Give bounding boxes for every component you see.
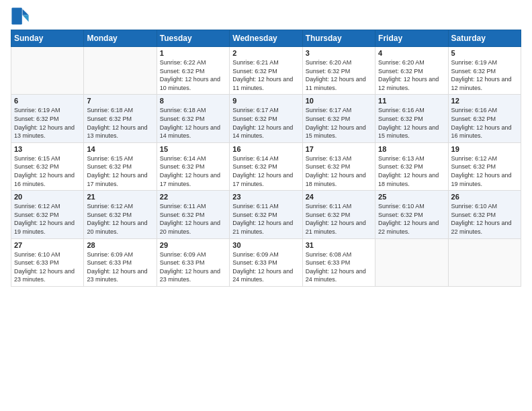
day-info: Sunrise: 6:10 AMSunset: 6:32 PMDaylight:… xyxy=(451,202,518,236)
calendar-day-cell: 11Sunrise: 6:16 AMSunset: 6:32 PMDayligh… xyxy=(375,95,448,142)
day-info: Sunrise: 6:18 AMSunset: 6:32 PMDaylight:… xyxy=(160,106,226,140)
calendar-day-cell: 22Sunrise: 6:11 AMSunset: 6:32 PMDayligh… xyxy=(157,191,229,238)
calendar-day-cell xyxy=(448,238,521,286)
calendar-day-cell: 23Sunrise: 6:11 AMSunset: 6:32 PMDayligh… xyxy=(230,191,302,238)
logo xyxy=(11,7,32,26)
calendar-day-cell: 12Sunrise: 6:16 AMSunset: 6:32 PMDayligh… xyxy=(448,95,521,142)
day-info: Sunrise: 6:13 AMSunset: 6:32 PMDaylight:… xyxy=(306,154,372,188)
day-info: Sunrise: 6:14 AMSunset: 6:32 PMDaylight:… xyxy=(160,154,226,188)
day-info: Sunrise: 6:12 AMSunset: 6:32 PMDaylight:… xyxy=(14,202,81,236)
calendar-day-cell: 3Sunrise: 6:20 AMSunset: 6:32 PMDaylight… xyxy=(302,47,375,95)
calendar-day-cell: 15Sunrise: 6:14 AMSunset: 6:32 PMDayligh… xyxy=(157,142,229,190)
calendar-day-cell: 6Sunrise: 6:19 AMSunset: 6:32 PMDaylight… xyxy=(11,95,84,142)
day-of-week-header: Friday xyxy=(375,30,448,47)
day-info: Sunrise: 6:21 AMSunset: 6:32 PMDaylight:… xyxy=(232,58,299,92)
day-number: 31 xyxy=(306,241,372,249)
calendar-day-cell: 10Sunrise: 6:17 AMSunset: 6:32 PMDayligh… xyxy=(302,95,375,142)
page: SundayMondayTuesdayWednesdayThursdayFrid… xyxy=(0,0,532,411)
day-number: 25 xyxy=(378,193,445,201)
day-number: 23 xyxy=(232,193,299,201)
day-number: 3 xyxy=(306,49,372,57)
calendar-day-cell: 16Sunrise: 6:14 AMSunset: 6:32 PMDayligh… xyxy=(230,142,302,190)
day-number: 12 xyxy=(451,97,518,105)
day-number: 6 xyxy=(14,97,81,105)
calendar-week-row: 6Sunrise: 6:19 AMSunset: 6:32 PMDaylight… xyxy=(11,95,521,142)
calendar-header-row: SundayMondayTuesdayWednesdayThursdayFrid… xyxy=(11,30,521,47)
calendar-day-cell: 19Sunrise: 6:12 AMSunset: 6:32 PMDayligh… xyxy=(448,142,521,190)
day-info: Sunrise: 6:19 AMSunset: 6:32 PMDaylight:… xyxy=(451,58,518,92)
day-info: Sunrise: 6:10 AMSunset: 6:32 PMDaylight:… xyxy=(378,202,445,236)
day-of-week-header: Thursday xyxy=(302,30,375,47)
calendar-day-cell: 2Sunrise: 6:21 AMSunset: 6:32 PMDaylight… xyxy=(230,47,302,95)
day-number: 14 xyxy=(87,145,153,153)
calendar-day-cell: 1Sunrise: 6:22 AMSunset: 6:32 PMDaylight… xyxy=(157,47,229,95)
day-number: 15 xyxy=(160,145,226,153)
calendar-day-cell: 5Sunrise: 6:19 AMSunset: 6:32 PMDaylight… xyxy=(448,47,521,95)
day-info: Sunrise: 6:09 AMSunset: 6:33 PMDaylight:… xyxy=(160,250,226,284)
day-number: 13 xyxy=(14,145,81,153)
day-info: Sunrise: 6:15 AMSunset: 6:32 PMDaylight:… xyxy=(87,154,153,188)
day-of-week-header: Wednesday xyxy=(230,30,302,47)
day-info: Sunrise: 6:12 AMSunset: 6:32 PMDaylight:… xyxy=(451,154,518,188)
day-info: Sunrise: 6:08 AMSunset: 6:33 PMDaylight:… xyxy=(306,250,372,284)
day-number: 20 xyxy=(14,193,81,201)
day-info: Sunrise: 6:09 AMSunset: 6:33 PMDaylight:… xyxy=(232,250,299,284)
day-number: 29 xyxy=(160,241,226,249)
day-number: 8 xyxy=(160,97,226,105)
day-number: 22 xyxy=(160,193,226,201)
day-info: Sunrise: 6:11 AMSunset: 6:32 PMDaylight:… xyxy=(306,202,372,236)
day-number: 18 xyxy=(378,145,445,153)
calendar-day-cell: 30Sunrise: 6:09 AMSunset: 6:33 PMDayligh… xyxy=(230,238,302,286)
day-number: 26 xyxy=(451,193,518,201)
day-number: 24 xyxy=(306,193,372,201)
calendar-day-cell xyxy=(11,47,84,95)
day-info: Sunrise: 6:11 AMSunset: 6:32 PMDaylight:… xyxy=(160,202,226,236)
day-info: Sunrise: 6:20 AMSunset: 6:32 PMDaylight:… xyxy=(306,58,372,92)
day-number: 10 xyxy=(306,97,372,105)
svg-rect-3 xyxy=(11,7,21,24)
day-number: 2 xyxy=(232,49,299,57)
calendar-day-cell: 4Sunrise: 6:20 AMSunset: 6:32 PMDaylight… xyxy=(375,47,448,95)
calendar-day-cell: 28Sunrise: 6:09 AMSunset: 6:33 PMDayligh… xyxy=(84,238,157,286)
day-number: 7 xyxy=(87,97,153,105)
calendar-day-cell: 9Sunrise: 6:17 AMSunset: 6:32 PMDaylight… xyxy=(230,95,302,142)
calendar-day-cell: 14Sunrise: 6:15 AMSunset: 6:32 PMDayligh… xyxy=(84,142,157,190)
calendar-week-row: 13Sunrise: 6:15 AMSunset: 6:32 PMDayligh… xyxy=(11,142,521,190)
day-of-week-header: Sunday xyxy=(11,30,84,47)
calendar-day-cell: 8Sunrise: 6:18 AMSunset: 6:32 PMDaylight… xyxy=(157,95,229,142)
day-info: Sunrise: 6:10 AMSunset: 6:33 PMDaylight:… xyxy=(14,250,81,284)
calendar-day-cell xyxy=(375,238,448,286)
calendar-week-row: 1Sunrise: 6:22 AMSunset: 6:32 PMDaylight… xyxy=(11,47,521,95)
day-info: Sunrise: 6:09 AMSunset: 6:33 PMDaylight:… xyxy=(87,250,153,284)
header xyxy=(11,7,521,26)
day-info: Sunrise: 6:14 AMSunset: 6:32 PMDaylight:… xyxy=(232,154,299,188)
calendar-week-row: 27Sunrise: 6:10 AMSunset: 6:33 PMDayligh… xyxy=(11,238,521,286)
day-info: Sunrise: 6:22 AMSunset: 6:32 PMDaylight:… xyxy=(160,58,226,92)
calendar-day-cell: 31Sunrise: 6:08 AMSunset: 6:33 PMDayligh… xyxy=(302,238,375,286)
day-info: Sunrise: 6:11 AMSunset: 6:32 PMDaylight:… xyxy=(232,202,299,236)
calendar-day-cell: 26Sunrise: 6:10 AMSunset: 6:32 PMDayligh… xyxy=(448,191,521,238)
day-number: 11 xyxy=(378,97,445,105)
day-number: 9 xyxy=(232,97,299,105)
logo-icon xyxy=(11,7,30,26)
calendar: SundayMondayTuesdayWednesdayThursdayFrid… xyxy=(11,30,521,287)
day-info: Sunrise: 6:18 AMSunset: 6:32 PMDaylight:… xyxy=(87,106,153,140)
calendar-day-cell: 17Sunrise: 6:13 AMSunset: 6:32 PMDayligh… xyxy=(302,142,375,190)
day-of-week-header: Tuesday xyxy=(157,30,229,47)
calendar-day-cell: 20Sunrise: 6:12 AMSunset: 6:32 PMDayligh… xyxy=(11,191,84,238)
day-number: 4 xyxy=(378,49,445,57)
day-info: Sunrise: 6:16 AMSunset: 6:32 PMDaylight:… xyxy=(451,106,518,140)
day-info: Sunrise: 6:12 AMSunset: 6:32 PMDaylight:… xyxy=(87,202,153,236)
day-number: 19 xyxy=(451,145,518,153)
calendar-day-cell: 25Sunrise: 6:10 AMSunset: 6:32 PMDayligh… xyxy=(375,191,448,238)
day-info: Sunrise: 6:16 AMSunset: 6:32 PMDaylight:… xyxy=(378,106,445,140)
day-info: Sunrise: 6:17 AMSunset: 6:32 PMDaylight:… xyxy=(306,106,372,140)
calendar-day-cell: 27Sunrise: 6:10 AMSunset: 6:33 PMDayligh… xyxy=(11,238,84,286)
calendar-day-cell: 18Sunrise: 6:13 AMSunset: 6:32 PMDayligh… xyxy=(375,142,448,190)
calendar-day-cell: 21Sunrise: 6:12 AMSunset: 6:32 PMDayligh… xyxy=(84,191,157,238)
day-info: Sunrise: 6:17 AMSunset: 6:32 PMDaylight:… xyxy=(232,106,299,140)
calendar-day-cell xyxy=(84,47,157,95)
calendar-day-cell: 29Sunrise: 6:09 AMSunset: 6:33 PMDayligh… xyxy=(157,238,229,286)
day-info: Sunrise: 6:20 AMSunset: 6:32 PMDaylight:… xyxy=(378,58,445,92)
day-number: 16 xyxy=(232,145,299,153)
